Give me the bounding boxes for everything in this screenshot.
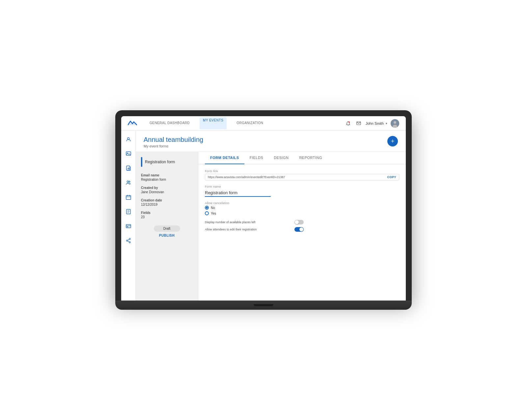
creation-date-label: Creation date (141, 198, 193, 202)
add-button[interactable]: + (387, 136, 398, 146)
app-container: GENERAL DASHBOARD MY EVENTS ORGANIZATION (121, 116, 406, 301)
content-area: Annual teambuilding My event forms + (136, 131, 406, 301)
svg-point-7 (127, 138, 129, 140)
svg-point-17 (129, 238, 130, 240)
radio-no[interactable]: No (205, 206, 399, 210)
page-subtitle: My event forms (144, 144, 203, 148)
form-name-field-label: Form name (205, 185, 399, 188)
right-panel: FORM DETAILS FIELDS DESIGN REPORTING (198, 152, 406, 301)
toggle-display-places-label: Display number of available places left (205, 221, 256, 224)
svg-rect-16 (127, 226, 128, 227)
radio-yes-label: Yes (211, 212, 216, 215)
toggle-display-places[interactable] (294, 220, 304, 224)
form-name-section: Form name (205, 185, 399, 197)
nav-general-dashboard[interactable]: GENERAL DASHBOARD (146, 117, 193, 129)
svg-point-18 (129, 242, 130, 243)
draft-button[interactable]: Draft (154, 225, 180, 232)
sidebar-icon-people[interactable] (124, 178, 133, 187)
svg-rect-10 (126, 166, 130, 170)
fields-label: Fields (141, 211, 193, 215)
main-area: Annual teambuilding My event forms + (121, 131, 406, 301)
logo-area (128, 119, 140, 128)
page-header-text: Annual teambuilding My event forms (144, 136, 203, 148)
user-info[interactable]: John Smith ▾ (366, 121, 387, 125)
form-entry: Registration form (141, 157, 193, 167)
toggle-display-places-row: Display number of available places left (205, 220, 304, 224)
form-indicator (141, 157, 142, 167)
radio-yes[interactable]: Yes (205, 211, 399, 215)
radio-no-label: No (211, 206, 215, 210)
form-link-section: Form link https://www.azavista.com/admin… (205, 170, 399, 180)
sidebar-icon-contacts[interactable] (124, 135, 133, 144)
copy-button[interactable]: COPY (387, 175, 396, 179)
sidebar-icon-payment[interactable] (124, 222, 133, 231)
allow-cancellation-section: Allow cancelation No (205, 201, 399, 215)
tab-reporting[interactable]: REPORTING (294, 152, 327, 164)
toggle-allow-edit-thumb (299, 227, 303, 231)
nav-right: John Smith ▾ (345, 119, 399, 128)
svg-point-1 (348, 125, 348, 125)
laptop-body: GENERAL DASHBOARD MY EVENTS ORGANIZATION (115, 110, 412, 301)
created-by-label: Created by (141, 186, 193, 190)
email-name-label: Email name (141, 173, 193, 177)
notification-icon[interactable] (345, 120, 352, 127)
sidebar-icon-share[interactable] (124, 236, 133, 245)
svg-point-19 (126, 240, 128, 241)
email-name-section: Email name Registration form (141, 173, 193, 181)
sidebar-icon-import[interactable] (124, 164, 133, 173)
svg-point-5 (394, 121, 396, 124)
nav-organization[interactable]: ORGANIZATION (233, 117, 266, 129)
form-link-label: Form link (205, 170, 399, 173)
sidebar-icon-calendar[interactable] (124, 193, 133, 202)
svg-rect-15 (126, 224, 131, 228)
sidebar (121, 131, 136, 301)
email-name-value: Registration form (141, 178, 193, 181)
created-by-section: Created by Jane Donnovan (141, 186, 193, 194)
fields-section: Fields 23 (141, 211, 193, 219)
toggle-display-places-thumb (295, 220, 299, 224)
tabs-row: FORM DETAILS FIELDS DESIGN REPORTING (198, 152, 406, 164)
fields-value: 23 (141, 215, 193, 219)
svg-point-2 (348, 121, 350, 123)
email-icon[interactable] (355, 120, 362, 127)
user-chevron-icon: ▾ (386, 122, 387, 125)
tab-design[interactable]: DESIGN (268, 152, 294, 164)
user-name-text: John Smith (366, 121, 384, 125)
toggle-allow-edit[interactable] (294, 227, 304, 232)
creation-date-section: Creation date 12/12/2019 (141, 198, 193, 206)
nav-my-events[interactable]: MY EVENTS (200, 117, 227, 129)
panels-container: Registration form Email name Registratio… (136, 152, 406, 301)
avatar[interactable] (391, 119, 399, 128)
svg-rect-13 (126, 196, 131, 199)
left-panel: Registration form Email name Registratio… (136, 152, 198, 301)
url-field: https://www.azavista.com/admin/eventedit… (205, 174, 399, 180)
laptop-screen: GENERAL DASHBOARD MY EVENTS ORGANIZATION (121, 116, 406, 301)
url-text: https://www.azavista.com/admin/eventedit… (208, 175, 384, 179)
app-logo (128, 119, 137, 126)
form-name-input[interactable] (205, 189, 271, 197)
form-status-area: Draft PUBLISH (141, 225, 193, 237)
toggle-allow-edit-label: Allow attendees to edit their registrati… (205, 228, 257, 231)
radio-no-circle (205, 206, 209, 210)
publish-button[interactable]: PUBLISH (159, 234, 175, 237)
radio-yes-circle (205, 211, 209, 215)
laptop-frame: GENERAL DASHBOARD MY EVENTS ORGANIZATION (115, 110, 412, 310)
page-header: Annual teambuilding My event forms + (136, 131, 406, 152)
svg-point-11 (127, 181, 128, 183)
toggle-allow-edit-row: Allow attendees to edit their registrati… (205, 227, 304, 232)
created-by-value: Jane Donnovan (141, 190, 193, 194)
allow-cancellation-label: Allow cancelation (205, 201, 399, 205)
form-name-label[interactable]: Registration form (145, 160, 175, 164)
laptop-base (115, 301, 412, 310)
sidebar-icon-photos[interactable] (124, 149, 133, 158)
tab-form-details[interactable]: FORM DETAILS (205, 152, 244, 164)
top-nav: GENERAL DASHBOARD MY EVENTS ORGANIZATION (121, 116, 406, 131)
svg-point-12 (129, 181, 130, 182)
radio-group: No Yes (205, 206, 399, 215)
page-title: Annual teambuilding (144, 136, 203, 144)
laptop-notch (254, 304, 273, 306)
tab-fields[interactable]: FIELDS (244, 152, 269, 164)
tab-content: Form link https://www.azavista.com/admin… (198, 164, 406, 240)
nav-links: GENERAL DASHBOARD MY EVENTS ORGANIZATION (146, 117, 345, 129)
sidebar-icon-forms[interactable] (124, 207, 133, 216)
